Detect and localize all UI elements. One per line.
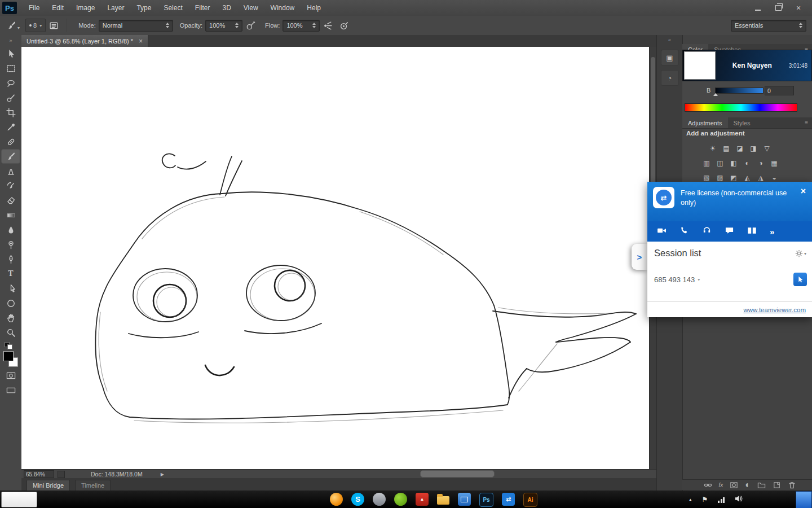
gradient-tool[interactable] xyxy=(1,208,20,222)
collapsed-panel-button-2[interactable]: ◔ xyxy=(661,70,679,86)
tool-preset-picker[interactable]: ▾ xyxy=(5,20,22,32)
add-layer-mask-button[interactable] xyxy=(730,481,738,489)
b-channel-slider[interactable] xyxy=(715,87,764,94)
session-settings-button[interactable]: ▾ xyxy=(795,249,806,257)
brush-tool[interactable] xyxy=(1,149,20,164)
color-lookup-icon[interactable]: ▦ xyxy=(768,157,780,168)
more-actions-button[interactable]: » xyxy=(770,227,774,237)
flow-select[interactable]: 100% xyxy=(283,20,320,32)
acrobat-reader-icon[interactable]: ▲ xyxy=(416,493,429,506)
brightness-contrast-icon[interactable]: ☀ xyxy=(707,143,719,154)
zoom-level-field[interactable]: 65.84% xyxy=(24,470,54,478)
curves-icon[interactable]: ◪ xyxy=(734,143,746,154)
session-thumbnail[interactable] xyxy=(684,51,716,80)
menu-view[interactable]: View xyxy=(237,0,264,16)
new-layer-button[interactable] xyxy=(773,481,781,489)
slider-handle-icon[interactable] xyxy=(713,93,718,96)
rectangular-marquee-tool[interactable] xyxy=(1,61,20,76)
channel-mixer-icon[interactable]: ◑ xyxy=(754,157,767,168)
menu-type[interactable]: Type xyxy=(130,0,157,16)
restore-button[interactable] xyxy=(770,3,786,13)
menu-3d[interactable]: 3D xyxy=(216,0,237,16)
skype-icon[interactable]: S xyxy=(351,493,364,506)
toolbar-collapse-button[interactable]: » xyxy=(0,35,21,46)
quick-mask-button[interactable] xyxy=(1,368,20,383)
hand-tool[interactable] xyxy=(1,310,20,325)
audio-button[interactable] xyxy=(702,226,712,237)
vibrance-icon[interactable]: ▽ xyxy=(761,143,773,154)
crop-tool[interactable] xyxy=(1,105,20,120)
eyedropper-tool[interactable] xyxy=(1,120,20,134)
black-white-icon[interactable]: ◧ xyxy=(727,157,740,168)
status-arrow-icon[interactable]: ▶ xyxy=(161,472,164,477)
photo-filter-icon[interactable]: ◐ xyxy=(741,157,753,168)
shape-tool[interactable] xyxy=(1,296,20,310)
vertical-scrollbar-thumb[interactable] xyxy=(651,57,655,198)
levels-icon[interactable]: ▤ xyxy=(720,143,732,154)
connect-button[interactable] xyxy=(793,273,807,286)
toggle-brush-panel-button[interactable] xyxy=(47,19,60,32)
network-icon[interactable] xyxy=(718,497,725,503)
blur-tool[interactable] xyxy=(1,222,20,237)
path-selection-tool[interactable] xyxy=(1,281,20,296)
illustrator-taskbar-icon[interactable]: Ai xyxy=(523,493,537,507)
menu-select[interactable]: Select xyxy=(157,0,188,16)
screen-mode-button[interactable] xyxy=(1,383,20,397)
tab-timeline[interactable]: Timeline xyxy=(75,480,111,491)
tray-expand-button[interactable]: ▴ xyxy=(689,497,692,502)
teamviewer-expand-tab[interactable]: > xyxy=(632,244,647,270)
spot-healing-brush-tool[interactable] xyxy=(1,134,20,149)
volume-icon[interactable] xyxy=(735,494,743,505)
document-tab[interactable]: Untitled-3 @ 65.8% (Layer 1, RGB/8) * × xyxy=(21,35,148,47)
default-colors-button[interactable] xyxy=(5,342,12,349)
move-tool[interactable] xyxy=(1,46,20,61)
tab-mini-bridge[interactable]: Mini Bridge xyxy=(27,480,70,491)
pressure-size-button[interactable] xyxy=(337,19,350,32)
pen-tool[interactable] xyxy=(1,252,20,266)
type-tool[interactable]: T xyxy=(1,266,20,281)
collapsed-panel-button-1[interactable]: ▣ xyxy=(661,50,679,65)
taskbar-blue-window-button[interactable] xyxy=(796,491,812,508)
workspace-select[interactable]: Essentials xyxy=(731,20,806,32)
taskbar-window-button[interactable] xyxy=(1,492,37,507)
link-layers-button[interactable] xyxy=(704,481,712,489)
dodge-tool[interactable] xyxy=(1,237,20,252)
tab-adjustments[interactable]: Adjustments xyxy=(682,117,728,128)
b-channel-value-field[interactable]: 0 xyxy=(765,86,794,95)
quick-selection-tool[interactable] xyxy=(1,90,20,105)
brush-size-picker[interactable]: 8 ▾ xyxy=(25,19,46,32)
lasso-tool[interactable] xyxy=(1,76,20,90)
teamviewer-session-window[interactable]: Ken Nguyen 3:01:48 xyxy=(682,50,812,81)
layer-style-button[interactable]: fx xyxy=(719,482,723,488)
menu-edit[interactable]: Edit xyxy=(46,0,70,16)
teamviewer-website-link[interactable]: www.teamviewer.com xyxy=(743,306,806,313)
tab-styles[interactable]: Styles xyxy=(728,117,756,128)
video-call-button[interactable] xyxy=(657,226,667,237)
dock-collapse-button[interactable]: « xyxy=(657,35,682,45)
blue-app-icon[interactable] xyxy=(458,493,471,506)
airbrush-button[interactable] xyxy=(321,19,334,32)
teamviewer-taskbar-icon[interactable]: ⇄ xyxy=(502,493,515,506)
hue-saturation-icon[interactable]: ▥ xyxy=(700,157,713,168)
file-transfer-button[interactable] xyxy=(747,226,757,237)
close-button[interactable]: × xyxy=(791,3,806,13)
eraser-tool[interactable] xyxy=(1,193,20,208)
menu-window[interactable]: Window xyxy=(264,0,301,16)
horizontal-scrollbar-thumb[interactable] xyxy=(420,470,495,478)
menu-image[interactable]: Image xyxy=(70,0,101,16)
zoom-tool[interactable] xyxy=(1,325,20,340)
chat-button[interactable] xyxy=(725,226,734,237)
blend-mode-select[interactable]: Normal xyxy=(99,20,173,32)
color-ramp[interactable] xyxy=(685,103,797,112)
voice-call-button[interactable] xyxy=(679,226,689,237)
pressure-opacity-button[interactable] xyxy=(244,19,257,32)
orange-app-icon[interactable] xyxy=(330,493,343,506)
color-balance-icon[interactable]: ◫ xyxy=(714,157,726,168)
history-brush-tool[interactable] xyxy=(1,178,20,193)
menu-help[interactable]: Help xyxy=(301,0,327,16)
minimize-button[interactable] xyxy=(750,3,766,13)
gray-app-icon[interactable] xyxy=(373,493,386,506)
teamviewer-close-button[interactable]: × xyxy=(801,186,806,196)
folder-icon[interactable] xyxy=(437,496,449,505)
menu-file[interactable]: File xyxy=(23,0,46,16)
